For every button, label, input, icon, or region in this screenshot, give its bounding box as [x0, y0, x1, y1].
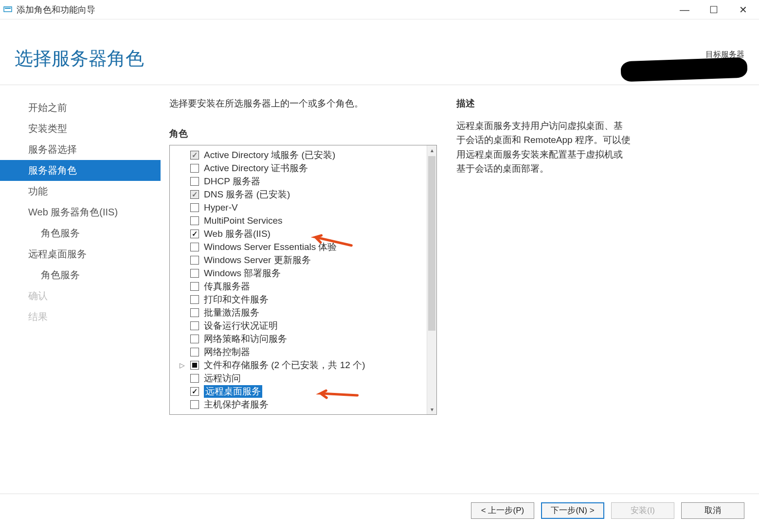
role-item[interactable]: Active Directory 证书服务: [190, 161, 426, 175]
wizard-sidebar: 开始之前安装类型服务器选择服务器角色功能Web 服务器角色(IIS)角色服务远程…: [0, 85, 161, 494]
role-checkbox[interactable]: [190, 190, 199, 199]
role-item[interactable]: 批量激活服务: [190, 306, 426, 319]
next-button[interactable]: 下一步(N) >: [541, 502, 604, 519]
nav-item-features[interactable]: 功能: [0, 181, 161, 202]
role-checkbox[interactable]: [190, 243, 199, 251]
role-checkbox[interactable]: [190, 400, 199, 409]
role-item[interactable]: ▷文件和存储服务 (2 个已安装，共 12 个): [190, 358, 426, 372]
cancel-button[interactable]: 取消: [681, 502, 744, 519]
role-checkbox[interactable]: [190, 164, 199, 173]
page-title: 选择服务器角色: [15, 46, 144, 71]
scroll-down-icon[interactable]: ▾: [427, 405, 436, 414]
wizard-footer: < 上一步(P) 下一步(N) > 安装(I) 取消: [0, 494, 759, 527]
role-label: 打印和文件服务: [204, 293, 269, 306]
role-checkbox[interactable]: [190, 374, 199, 383]
role-item[interactable]: Hyper-V: [190, 201, 426, 214]
role-item[interactable]: 网络控制器: [190, 345, 426, 358]
vertical-scrollbar[interactable]: ▴ ▾: [427, 145, 436, 414]
role-checkbox[interactable]: [190, 230, 199, 238]
scrollbar-thumb[interactable]: [428, 156, 435, 331]
app-icon: [3, 5, 13, 15]
role-label: Active Directory 证书服务: [204, 162, 308, 175]
role-item[interactable]: 远程桌面服务: [190, 385, 426, 398]
header: 选择服务器角色 目标服务器: [0, 19, 759, 85]
role-checkbox[interactable]: [190, 348, 199, 356]
redacted-server-name: [620, 57, 747, 82]
role-item[interactable]: 主机保护者服务: [190, 398, 426, 411]
role-item[interactable]: MultiPoint Services: [190, 214, 426, 227]
role-checkbox[interactable]: [190, 177, 199, 186]
svg-rect-0: [4, 7, 12, 12]
roles-listbox: Active Directory 域服务 (已安装)Active Directo…: [169, 145, 437, 415]
role-item[interactable]: 传真服务器: [190, 280, 426, 293]
nav-item-server-roles[interactable]: 服务器角色: [0, 160, 161, 181]
previous-button[interactable]: < 上一步(P): [471, 502, 534, 519]
role-checkbox[interactable]: [190, 295, 199, 304]
description-column: 描述 远程桌面服务支持用户访问虚拟桌面、基于会话的桌面和 RemoteApp 程…: [456, 97, 749, 494]
install-button[interactable]: 安装(I): [611, 502, 674, 519]
role-item[interactable]: 设备运行状况证明: [190, 319, 426, 332]
titlebar: 添加角色和功能向导 — ☐ ✕: [0, 0, 759, 19]
window-title: 添加角色和功能向导: [17, 4, 677, 16]
role-item[interactable]: Windows 部署服务: [190, 266, 426, 280]
role-checkbox[interactable]: [190, 308, 199, 317]
role-label: Windows 部署服务: [204, 267, 281, 280]
minimize-button[interactable]: —: [677, 5, 692, 15]
nav-item-server-select[interactable]: 服务器选择: [0, 139, 161, 160]
role-label: 文件和存储服务 (2 个已安装，共 12 个): [204, 359, 365, 372]
content: 开始之前安装类型服务器选择服务器角色功能Web 服务器角色(IIS)角色服务远程…: [0, 85, 759, 494]
instruction-text: 选择要安装在所选服务器上的一个或多个角色。: [169, 97, 437, 110]
svg-rect-1: [5, 8, 11, 9]
role-checkbox[interactable]: [190, 282, 199, 291]
role-label: Active Directory 域服务 (已安装): [204, 149, 335, 161]
role-label: DHCP 服务器: [204, 175, 260, 188]
roles-list[interactable]: Active Directory 域服务 (已安装)Active Directo…: [171, 146, 426, 413]
role-label: 批量激活服务: [204, 306, 259, 319]
nav-item-result: 结果: [0, 306, 161, 327]
description-text: 远程桌面服务支持用户访问虚拟桌面、基于会话的桌面和 RemoteApp 程序。可…: [456, 119, 632, 176]
main-area: 选择要安装在所选服务器上的一个或多个角色。 角色 Active Director…: [161, 85, 759, 494]
role-checkbox[interactable]: [190, 203, 199, 212]
nav-item-before[interactable]: 开始之前: [0, 97, 161, 118]
role-checkbox[interactable]: [190, 361, 199, 370]
role-item[interactable]: 打印和文件服务: [190, 293, 426, 306]
role-label: 设备运行状况证明: [204, 319, 278, 332]
nav-item-iis-role-services[interactable]: 角色服务: [0, 223, 161, 244]
role-checkbox[interactable]: [190, 256, 199, 265]
role-label: 网络控制器: [204, 346, 250, 358]
role-checkbox[interactable]: [190, 321, 199, 330]
roles-label: 角色: [169, 127, 437, 140]
role-checkbox[interactable]: [190, 335, 199, 343]
role-label: Windows Server 更新服务: [204, 254, 311, 266]
role-label: Windows Server Essentials 体验: [204, 241, 337, 253]
role-checkbox[interactable]: [190, 216, 199, 225]
nav-item-rds[interactable]: 远程桌面服务: [0, 244, 161, 265]
role-label: DNS 服务器 (已安装): [204, 188, 290, 201]
description-label: 描述: [456, 97, 744, 110]
role-item[interactable]: 网络策略和访问服务: [190, 332, 426, 345]
expand-icon[interactable]: ▷: [180, 361, 186, 369]
nav-item-iis[interactable]: Web 服务器角色(IIS): [0, 202, 161, 223]
scroll-up-icon[interactable]: ▴: [427, 145, 436, 155]
role-item[interactable]: Web 服务器(IIS): [190, 227, 426, 240]
role-item[interactable]: 远程访问: [190, 372, 426, 385]
role-item[interactable]: DHCP 服务器: [190, 175, 426, 188]
role-item[interactable]: Windows Server 更新服务: [190, 253, 426, 266]
role-label: 网络策略和访问服务: [204, 333, 287, 345]
role-item[interactable]: DNS 服务器 (已安装): [190, 188, 426, 201]
close-button[interactable]: ✕: [736, 5, 750, 15]
role-label: Web 服务器(IIS): [204, 228, 271, 240]
role-checkbox[interactable]: [190, 269, 199, 278]
role-item[interactable]: Windows Server Essentials 体验: [190, 240, 426, 253]
role-label: 主机保护者服务: [204, 398, 269, 411]
role-checkbox[interactable]: [190, 387, 199, 396]
nav-item-install-type[interactable]: 安装类型: [0, 118, 161, 139]
nav-item-rds-role-services[interactable]: 角色服务: [0, 265, 161, 285]
role-item[interactable]: Active Directory 域服务 (已安装): [190, 148, 426, 161]
role-label: 远程访问: [204, 372, 241, 385]
roles-column: 选择要安装在所选服务器上的一个或多个角色。 角色 Active Director…: [169, 97, 437, 494]
role-label: 远程桌面服务: [204, 385, 262, 398]
role-label: 传真服务器: [204, 280, 250, 293]
role-checkbox[interactable]: [190, 151, 199, 160]
maximize-button[interactable]: ☐: [706, 5, 721, 15]
